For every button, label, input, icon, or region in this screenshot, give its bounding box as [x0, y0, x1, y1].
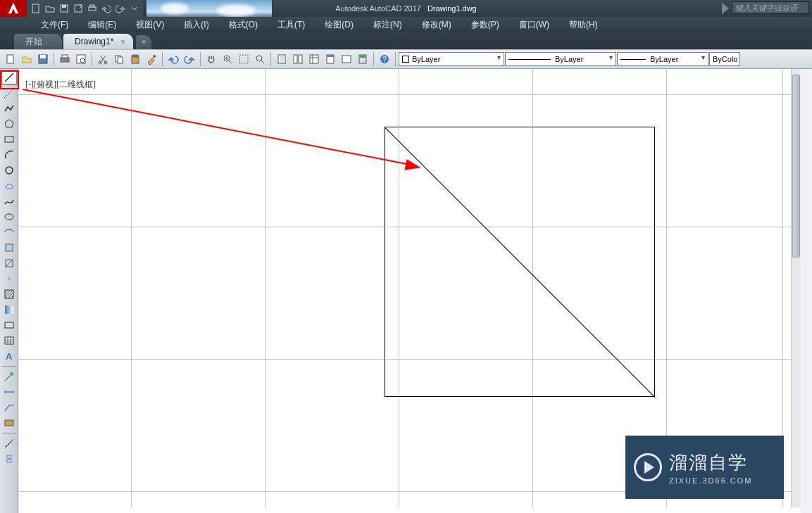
cut-icon[interactable] [95, 51, 111, 67]
undo-icon[interactable] [100, 2, 113, 15]
tab-drawing1[interactable]: Drawing1* × [63, 34, 133, 49]
svg-rect-18 [133, 55, 137, 57]
zoom-realtime-icon[interactable] [220, 51, 235, 67]
region-tool[interactable] [1, 318, 17, 332]
circle-tool[interactable] [1, 163, 17, 177]
chevron-down-icon: ▼ [608, 54, 614, 61]
copy-icon[interactable] [111, 51, 127, 67]
svg-rect-29 [342, 56, 351, 63]
watermark-title: 溜溜自学 [669, 450, 752, 475]
layer-color-dropdown[interactable]: ByLayer ▼ [399, 52, 504, 66]
rectangle-tool[interactable] [1, 132, 17, 146]
save-icon[interactable] [35, 51, 51, 67]
tab-start[interactable]: 开始 [14, 34, 62, 49]
spline-tool[interactable] [1, 194, 17, 208]
svg-rect-26 [310, 55, 318, 63]
ellipse-arc-tool[interactable] [1, 225, 17, 239]
print-icon[interactable] [57, 51, 73, 67]
menu-tools[interactable]: 工具(T) [268, 17, 315, 32]
menu-format[interactable]: 格式(O) [219, 17, 268, 32]
new-icon[interactable] [30, 2, 42, 15]
separator [200, 52, 201, 66]
revision-cloud-tool[interactable] [1, 179, 17, 193]
tab-add-button[interactable]: + [136, 35, 151, 49]
separator [395, 52, 396, 66]
menu-draw[interactable]: 绘图(D) [315, 17, 363, 32]
hatch-tool[interactable] [1, 287, 17, 301]
search-placeholder: 键入关键字或短语 [735, 3, 797, 13]
match-prop-icon[interactable] [144, 51, 159, 67]
measure-tool[interactable] [1, 436, 17, 450]
menu-insert[interactable]: 插入(I) [174, 17, 218, 32]
menu-dim[interactable]: 标注(N) [363, 17, 412, 32]
menu-param[interactable]: 参数(P) [461, 17, 509, 32]
app-logo[interactable] [0, 0, 27, 17]
print-icon[interactable] [86, 2, 99, 15]
scrollbar-thumb[interactable] [792, 75, 800, 258]
polyline-tool[interactable] [1, 101, 17, 115]
undo-icon[interactable] [165, 51, 181, 67]
help-icon[interactable]: ? [377, 51, 392, 67]
draw-toolbar: A [0, 69, 18, 513]
watermark: 溜溜自学 ZIXUE.3D66.COM [625, 436, 784, 499]
zoom-window-icon[interactable] [236, 51, 251, 67]
zoom-previous-icon[interactable] [252, 51, 268, 67]
standard-toolbar: ? ByLayer ▼ ByLayer ▼ ByLayer ▼ ByColo [0, 49, 812, 69]
menu-edit[interactable]: 编辑(E) [78, 17, 126, 32]
calc-icon[interactable] [355, 51, 370, 67]
chevron-down-icon: ▼ [496, 54, 502, 61]
tool-palettes-icon[interactable] [306, 51, 322, 67]
lineweight-dropdown[interactable]: ByLayer ▼ [617, 52, 708, 66]
make-block-tool[interactable] [1, 256, 17, 270]
qat-dropdown-icon[interactable] [128, 2, 141, 15]
plot-preview-icon[interactable] [73, 51, 89, 67]
app-name: Autodesk AutoCAD 2017 [335, 4, 421, 13]
menu-file[interactable]: 文件(F) [31, 17, 78, 32]
vertical-scrollbar[interactable] [791, 69, 801, 507]
design-center-icon[interactable] [290, 51, 306, 67]
file-name: Drawing1.dwg [427, 4, 477, 13]
save-icon[interactable] [58, 2, 70, 15]
insert-block-tool[interactable] [1, 241, 17, 255]
grid-line [131, 69, 132, 507]
markup-icon[interactable] [339, 51, 354, 67]
text-tool[interactable]: A [1, 349, 17, 363]
point-tool[interactable] [1, 272, 17, 286]
table-tool[interactable] [1, 334, 17, 348]
viewport-label[interactable]: [-][俯视][二维线框] [25, 79, 96, 91]
separator [270, 52, 271, 66]
redo-icon[interactable] [182, 51, 197, 67]
linetype-dropdown[interactable]: ByLayer ▼ [505, 52, 616, 66]
wipeout-tool[interactable] [1, 416, 17, 430]
paste-icon[interactable] [127, 51, 143, 67]
menu-window[interactable]: 窗口(W) [509, 17, 559, 32]
pan-icon[interactable] [204, 51, 219, 67]
infocenter-arrow-icon[interactable] [722, 3, 729, 14]
redo-icon[interactable] [114, 2, 127, 15]
search-input[interactable]: 键入关键字或短语 [732, 1, 809, 14]
arc-tool[interactable] [1, 148, 17, 162]
menu-view[interactable]: 视图(V) [126, 17, 174, 32]
plotstyle-dropdown[interactable]: ByColo [709, 52, 740, 66]
saveas-icon[interactable] [72, 2, 85, 15]
new-icon[interactable] [3, 51, 18, 67]
dimension-tool[interactable] [1, 385, 17, 399]
sheet-set-icon[interactable] [323, 51, 338, 67]
gradient-tool[interactable] [1, 303, 17, 317]
multileader-tool[interactable] [1, 400, 17, 414]
svg-text:?: ? [382, 56, 387, 63]
lineweight-label: ByLayer [650, 55, 678, 63]
play-icon [634, 453, 662, 481]
constraint-tool[interactable] [1, 452, 17, 466]
open-icon[interactable] [19, 51, 35, 67]
properties-icon[interactable] [274, 51, 289, 67]
menu-help[interactable]: 帮助(H) [559, 17, 608, 32]
open-icon[interactable] [44, 2, 56, 15]
ellipse-tool[interactable] [1, 210, 17, 224]
drawing-canvas[interactable]: [-][俯视][二维线框] 溜溜自学 ZIXUE.3D66.COM [18, 69, 812, 513]
close-icon[interactable]: × [120, 37, 127, 44]
add-selected-tool[interactable] [1, 369, 17, 384]
menu-modify[interactable]: 修改(M) [412, 17, 461, 32]
separator [162, 52, 163, 66]
polygon-tool[interactable] [1, 117, 17, 131]
